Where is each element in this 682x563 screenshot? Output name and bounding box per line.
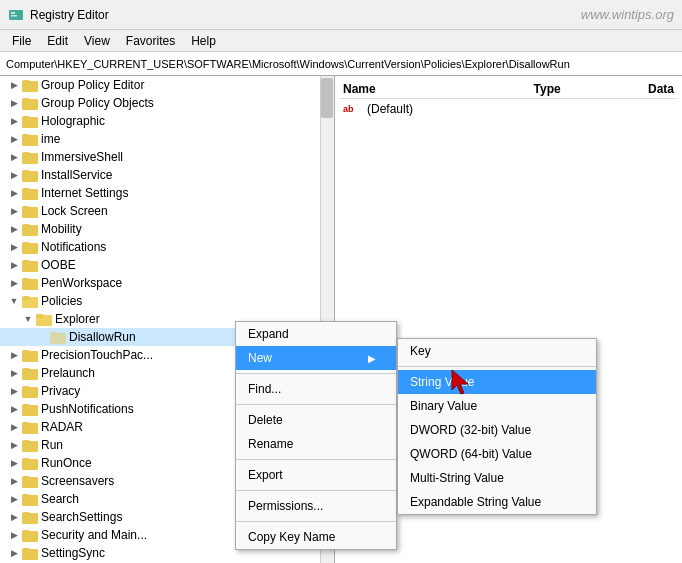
- ctx-item-permissions[interactable]: Permissions...: [236, 494, 396, 518]
- menu-view[interactable]: View: [76, 32, 118, 50]
- ctx-separator-4: [236, 490, 396, 491]
- expand-icon: ▶: [8, 223, 20, 235]
- expand-icon: ▶: [8, 403, 20, 415]
- folder-icon: [22, 78, 38, 92]
- ctx-item-expand[interactable]: Expand: [236, 322, 396, 346]
- ctx-new-label: New: [248, 351, 272, 365]
- menu-help[interactable]: Help: [183, 32, 224, 50]
- tree-item-notifications[interactable]: ▶ Notifications: [0, 238, 334, 256]
- menu-bar: File Edit View Favorites Help: [0, 30, 682, 52]
- tree-label: PushNotifications: [41, 402, 134, 416]
- title-bar: Registry Editor www.wintips.org: [0, 0, 682, 30]
- expand-icon: ▶: [8, 79, 20, 91]
- menu-edit[interactable]: Edit: [39, 32, 76, 50]
- ctx-item-new[interactable]: New ▶: [236, 346, 396, 370]
- expand-icon: ▶: [8, 97, 20, 109]
- ctx-item-delete[interactable]: Delete: [236, 408, 396, 432]
- tree-item-lock-screen[interactable]: ▶ Lock Screen: [0, 202, 334, 220]
- tree-label: Privacy: [41, 384, 80, 398]
- ctx-item-rename[interactable]: Rename: [236, 432, 396, 456]
- expand-icon: ▶: [8, 241, 20, 253]
- ctx-item-find[interactable]: Find...: [236, 377, 396, 401]
- scrollbar-thumb[interactable]: [321, 78, 333, 118]
- ctx-find-label: Find...: [248, 382, 281, 396]
- tree-label: ImmersiveShell: [41, 150, 123, 164]
- ctx-separator-3: [236, 459, 396, 460]
- tree-label: ime: [41, 132, 60, 146]
- expand-icon: ▶: [8, 277, 20, 289]
- expand-icon: ▶: [8, 547, 20, 559]
- tree-item-pen-workspace[interactable]: ▶ PenWorkspace: [0, 274, 334, 292]
- tree-item-group-policy-objects[interactable]: ▶ Group Policy Objects: [0, 94, 334, 112]
- folder-icon: [22, 474, 38, 488]
- tree-item-group-policy-editor[interactable]: ▶ Group Policy Editor: [0, 76, 334, 94]
- reg-value-name: (Default): [367, 102, 567, 116]
- expand-icon: ▶: [8, 457, 20, 469]
- reg-value-icon: ab: [343, 104, 363, 114]
- expand-icon: ▶: [8, 385, 20, 397]
- submenu-item-string-value[interactable]: String Value: [398, 370, 596, 394]
- submenu-binary-value-label: Binary Value: [410, 399, 477, 413]
- submenu-item-qword[interactable]: QWORD (64-bit) Value: [398, 442, 596, 466]
- folder-icon: [22, 438, 38, 452]
- tree-label: Explorer: [55, 312, 100, 326]
- tree-label: Holographic: [41, 114, 105, 128]
- expand-icon: ▶: [8, 493, 20, 505]
- tree-item-ime[interactable]: ▶ ime: [0, 130, 334, 148]
- ctx-expand-label: Expand: [248, 327, 289, 341]
- col-header-name: Name: [343, 82, 534, 96]
- tree-label: Security and Main...: [41, 528, 147, 542]
- ctx-item-copy-key[interactable]: Copy Key Name: [236, 525, 396, 549]
- col-header-data: Data: [648, 82, 674, 96]
- menu-file[interactable]: File: [4, 32, 39, 50]
- expand-icon: ▼: [8, 295, 20, 307]
- tree-label: Internet Settings: [41, 186, 128, 200]
- tree-item-install-service[interactable]: ▶ InstallService: [0, 166, 334, 184]
- ctx-rename-label: Rename: [248, 437, 293, 451]
- submenu-item-expandable-string[interactable]: Expandable String Value: [398, 490, 596, 514]
- submenu-item-multi-string[interactable]: Multi-String Value: [398, 466, 596, 490]
- expand-icon: ▶: [8, 259, 20, 271]
- folder-icon: [22, 528, 38, 542]
- tree-label: Mobility: [41, 222, 82, 236]
- expand-icon: ▶: [8, 349, 20, 361]
- ctx-item-export[interactable]: Export: [236, 463, 396, 487]
- expand-icon: ▶: [8, 133, 20, 145]
- tree-label: SearchSettings: [41, 510, 122, 524]
- submenu-item-binary-value[interactable]: Binary Value: [398, 394, 596, 418]
- expand-icon: ▶: [8, 511, 20, 523]
- tree-item-internet-settings[interactable]: ▶ Internet Settings: [0, 184, 334, 202]
- folder-icon: [22, 222, 38, 236]
- tree-item-mobility[interactable]: ▶ Mobility: [0, 220, 334, 238]
- submenu-item-dword[interactable]: DWORD (32-bit) Value: [398, 418, 596, 442]
- tree-label: RunOnce: [41, 456, 92, 470]
- tree-label: Group Policy Objects: [41, 96, 154, 110]
- address-bar: Computer\HKEY_CURRENT_USER\SOFTWARE\Micr…: [0, 52, 682, 76]
- tree-label: Notifications: [41, 240, 106, 254]
- tree-item-immersive-shell[interactable]: ▶ ImmersiveShell: [0, 148, 334, 166]
- folder-icon: [22, 276, 38, 290]
- submenu-item-key[interactable]: Key: [398, 339, 596, 363]
- ctx-delete-label: Delete: [248, 413, 283, 427]
- folder-open-icon: [36, 312, 52, 326]
- folder-icon: [22, 132, 38, 146]
- folder-icon: [22, 420, 38, 434]
- expand-icon: ▶: [8, 439, 20, 451]
- folder-icon: [22, 96, 38, 110]
- menu-favorites[interactable]: Favorites: [118, 32, 183, 50]
- expand-icon: ▶: [8, 529, 20, 541]
- registry-row-default[interactable]: ab (Default): [339, 99, 678, 119]
- expand-icon: ▶: [36, 331, 48, 343]
- app-icon: [8, 7, 24, 23]
- ctx-separator-2: [236, 404, 396, 405]
- tree-label: Lock Screen: [41, 204, 108, 218]
- submenu-multi-string-label: Multi-String Value: [410, 471, 504, 485]
- tree-label: RADAR: [41, 420, 83, 434]
- tree-item-policies[interactable]: ▼ Policies: [0, 292, 334, 310]
- tree-item-holographic[interactable]: ▶ Holographic: [0, 112, 334, 130]
- tree-item-oobe[interactable]: ▶ OOBE: [0, 256, 334, 274]
- tree-label: DisallowRun: [69, 330, 136, 344]
- tree-label: PrecisionTouchPac...: [41, 348, 153, 362]
- folder-icon: [22, 366, 38, 380]
- watermark: www.wintips.org: [581, 7, 674, 22]
